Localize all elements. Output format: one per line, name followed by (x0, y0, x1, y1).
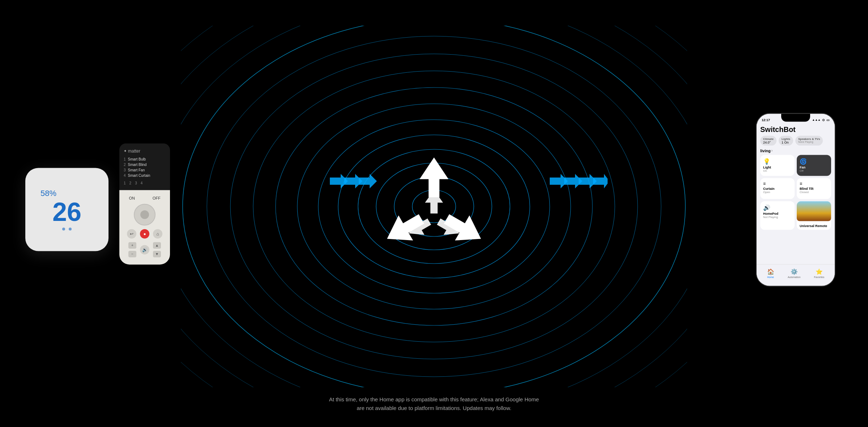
speakers-category: Speakers & TVs None Playing (795, 136, 823, 145)
disclaimer-text: At this time, only the Home app is compa… (329, 395, 539, 413)
temperature-display: 26 (52, 198, 81, 225)
off-button[interactable]: OFF (153, 196, 161, 200)
blind-tilt-card[interactable]: ≡ Blind Tilt Closed (797, 178, 831, 199)
back-button[interactable]: ↩ (127, 229, 136, 238)
universal-remote-name: Universal Remote (800, 224, 828, 227)
universal-remote-card[interactable]: Universal Remote (797, 201, 831, 230)
channel-up[interactable]: ▲ (153, 242, 161, 248)
lights-category: Lights 1 On (779, 136, 793, 145)
volume-down[interactable]: − (128, 251, 136, 257)
left-arrows (330, 170, 377, 192)
volume-controls: + − (128, 242, 136, 257)
home-nav-icon: 🏠 (767, 268, 774, 275)
app-title: SwitchBot (760, 125, 831, 133)
number-row: 1 2 3 4 (124, 181, 166, 185)
svg-marker-21 (425, 190, 443, 213)
blind-status: Closed (800, 190, 828, 193)
home-nav-label: Home (767, 276, 774, 278)
menu-item-1: 1 Smart Bulb (124, 156, 166, 162)
curtain-card[interactable]: ≡ Curtain Open (760, 178, 795, 199)
wifi-icon: ⊙ (822, 118, 825, 121)
fan-name: Fan (800, 165, 828, 169)
speaker-button[interactable]: 🔊 (140, 245, 149, 254)
curtain-status: Open (763, 190, 792, 193)
device-grid: 💡 Light On 🌀 Fan Off ≡ Curtain Open (760, 155, 831, 230)
landscape-image (797, 201, 831, 221)
chevron-right-icon: › (771, 149, 773, 153)
homepod-status: Not Playing (763, 215, 792, 218)
record-button[interactable]: ● (140, 229, 149, 238)
thermostat-device: 58% 26 (25, 168, 109, 251)
menu-item-3: 3 Smart Fan (124, 167, 166, 172)
menu-item-2: 2 Smart Blind (124, 162, 166, 167)
status-time: 12:17 (762, 118, 770, 121)
climate-category: Climate 24.0° (760, 136, 776, 145)
home-button[interactable]: ⌂ (153, 229, 162, 238)
remote-dial[interactable] (134, 204, 156, 225)
curtain-name: Curtain (763, 187, 792, 190)
favorites-nav-label: Favorites (814, 276, 825, 278)
fan-status: Off (800, 169, 828, 172)
iphone-notch (781, 114, 810, 121)
dial-inner (140, 210, 149, 219)
right-arrows (550, 170, 608, 192)
remote-body: ON OFF ↩ ● ⌂ + − 🔊 ▲ ▼ (119, 190, 170, 264)
home-categories: Climate 24.0° Lights 1 On Speakers & TVs… (760, 136, 831, 145)
signal-icon: ▲▲▲ (812, 118, 821, 121)
on-off-row: ON OFF (124, 196, 166, 200)
fan-icon: 🌀 (800, 158, 828, 165)
channel-controls: ▲ ▼ (153, 242, 161, 257)
light-icon: 💡 (763, 158, 792, 165)
favorites-nav-icon: ⭐ (816, 268, 823, 275)
svg-marker-26 (359, 174, 377, 188)
automation-nav-label: Automation (788, 276, 800, 278)
homepod-card[interactable]: 🔊 HomePod Not Playing (760, 201, 795, 230)
light-card[interactable]: 💡 Light On (760, 155, 795, 176)
channel-down[interactable]: ▼ (153, 251, 161, 257)
controls-row: ↩ ● ⌂ (127, 229, 162, 238)
nav-automation[interactable]: ⚙️ Automation (788, 268, 800, 278)
nav-favorites[interactable]: ⭐ Favorites (814, 268, 825, 278)
dot-2 (69, 227, 72, 230)
automation-nav-icon: ⚙️ (791, 268, 798, 275)
battery-icon: ▭ (826, 118, 830, 121)
matter-label: ✦ matter (124, 148, 166, 153)
volume-up[interactable]: + (128, 242, 136, 248)
remote-control: ✦ matter 1 Smart Bulb 2 Smart Blind 3 Sm… (119, 143, 170, 264)
light-status: On (763, 169, 792, 172)
blind-icon: ≡ (800, 181, 802, 186)
thermostat-indicator-dots (62, 227, 72, 230)
bottom-nav: 🏠 Home ⚙️ Automation ⭐ Favorites (757, 264, 835, 286)
switchbot-logo (373, 146, 495, 262)
fan-card[interactable]: 🌀 Fan Off (797, 155, 831, 176)
homepod-icon: 🔊 (763, 204, 792, 211)
dot-1 (62, 227, 65, 230)
menu-item-4: 4 Smart Curtain (124, 172, 166, 178)
room-label: living › (760, 148, 831, 153)
remote-screen: ✦ matter 1 Smart Bulb 2 Smart Blind 3 Sm… (119, 143, 170, 190)
light-name: Light (763, 165, 792, 169)
iphone-mockup: 12:17 ▲▲▲ ⊙ ▭ SwitchBot Climate 24.0° Li… (756, 113, 835, 286)
nav-home[interactable]: 🏠 Home (767, 268, 774, 278)
blind-name: Blind Tilt (800, 187, 828, 190)
curtain-icon: ≡ (763, 181, 766, 186)
iphone-screen: 12:17 ▲▲▲ ⊙ ▭ SwitchBot Climate 24.0° Li… (757, 114, 835, 286)
vol-updown-row: + − 🔊 ▲ ▼ (128, 242, 161, 257)
matter-star-icon: ✦ (124, 149, 127, 153)
on-button[interactable]: ON (129, 196, 135, 200)
status-icons: ▲▲▲ ⊙ ▭ (812, 118, 830, 121)
svg-marker-30 (593, 174, 608, 188)
humidity-display: 58% (41, 188, 56, 198)
homepod-name: HomePod (763, 212, 792, 215)
app-content: SwitchBot Climate 24.0° Lights 1 On Spea… (757, 124, 835, 231)
